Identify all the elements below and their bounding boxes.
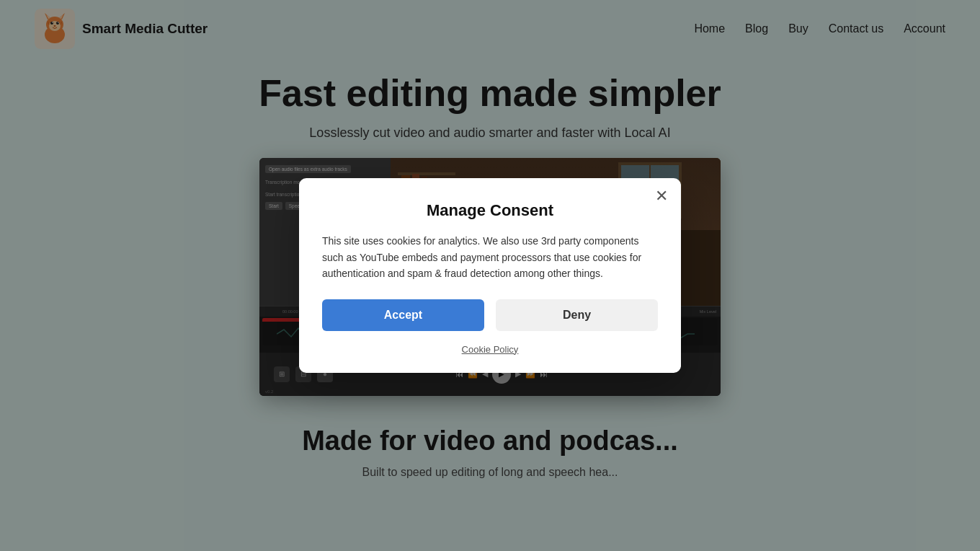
modal-title: Manage Consent bbox=[322, 201, 658, 220]
modal-overlay: ✕ Manage Consent This site uses cookies … bbox=[0, 0, 980, 551]
modal-close-button[interactable]: ✕ bbox=[655, 188, 668, 204]
deny-button[interactable]: Deny bbox=[496, 299, 658, 331]
accept-button[interactable]: Accept bbox=[322, 299, 484, 331]
cookie-policy-link[interactable]: Cookie Policy bbox=[462, 344, 519, 355]
modal-footer: Cookie Policy bbox=[322, 343, 658, 356]
consent-modal: ✕ Manage Consent This site uses cookies … bbox=[299, 178, 681, 372]
modal-body: This site uses cookies for analytics. We… bbox=[322, 233, 658, 281]
modal-buttons: Accept Deny bbox=[322, 299, 658, 331]
